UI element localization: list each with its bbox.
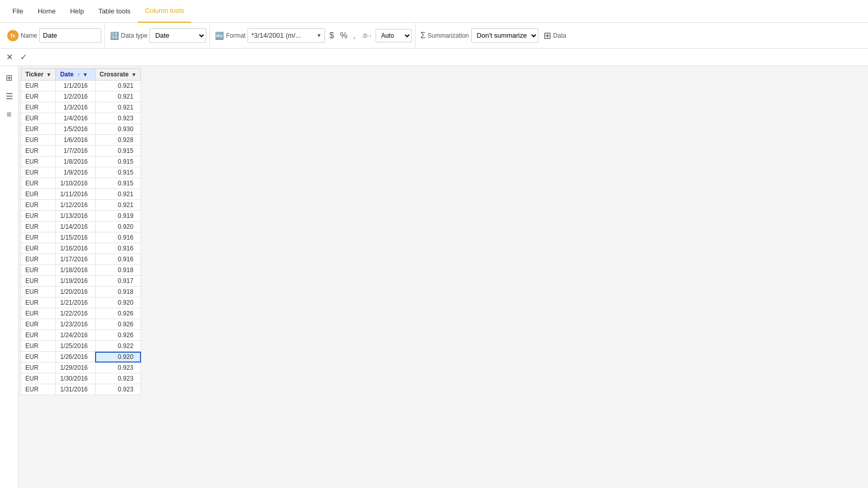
cell-crossrate[interactable]: 0.919 xyxy=(95,211,141,222)
summarization-select[interactable]: Don't summarize Sum Average Min Max Coun… xyxy=(471,28,538,43)
side-icon-grid[interactable]: ⊞ xyxy=(2,70,17,85)
confirm-button[interactable]: ✓ xyxy=(18,51,29,63)
name-input[interactable] xyxy=(39,28,101,43)
cell-ticker[interactable]: EUR xyxy=(21,243,56,254)
cell-ticker[interactable]: EUR xyxy=(21,297,56,308)
datatype-select[interactable]: Date Text Whole Number Decimal Number Tr… xyxy=(149,28,206,43)
cell-crossrate[interactable]: 0.921 xyxy=(95,81,141,91)
menu-help[interactable]: Help xyxy=(63,0,91,23)
cell-ticker[interactable]: EUR xyxy=(21,156,56,167)
auto-select[interactable]: Auto 1 2 3 xyxy=(376,29,412,42)
table-row[interactable]: EUR1/24/20160.926 xyxy=(21,330,141,341)
cell-crossrate[interactable]: 0.917 xyxy=(95,276,141,287)
decimal-button[interactable]: .0↑↓ xyxy=(360,32,373,40)
cell-date[interactable]: 1/10/2016 xyxy=(56,178,95,189)
cell-date[interactable]: 1/20/2016 xyxy=(56,287,95,297)
table-row[interactable]: EUR1/9/20160.915 xyxy=(21,167,141,178)
cell-crossrate[interactable]: 0.923 xyxy=(95,363,141,373)
cell-crossrate[interactable]: 0.921 xyxy=(95,102,141,113)
cell-ticker[interactable]: EUR xyxy=(21,319,56,330)
cell-crossrate[interactable]: 0.926 xyxy=(95,308,141,319)
cell-date[interactable]: 1/17/2016 xyxy=(56,254,95,265)
cell-date[interactable]: 1/3/2016 xyxy=(56,102,95,113)
cell-crossrate[interactable]: 0.918 xyxy=(95,287,141,297)
cell-crossrate[interactable]: 0.915 xyxy=(95,167,141,178)
cell-date[interactable]: 1/31/2016 xyxy=(56,384,95,395)
cell-date[interactable]: 1/7/2016 xyxy=(56,146,95,156)
table-row[interactable]: EUR1/5/20160.930 xyxy=(21,124,141,135)
menu-tabletools[interactable]: Table tools xyxy=(91,0,137,23)
cell-crossrate[interactable]: 0.918 xyxy=(95,265,141,276)
cell-date[interactable]: 1/11/2016 xyxy=(56,189,95,200)
cell-ticker[interactable]: EUR xyxy=(21,167,56,178)
menu-home[interactable]: Home xyxy=(30,0,63,23)
cell-date[interactable]: 1/5/2016 xyxy=(56,124,95,135)
table-row[interactable]: EUR1/11/20160.921 xyxy=(21,189,141,200)
cell-ticker[interactable]: EUR xyxy=(21,352,56,363)
cell-ticker[interactable]: EUR xyxy=(21,124,56,135)
cell-crossrate[interactable]: 0.921 xyxy=(95,189,141,200)
cell-ticker[interactable]: EUR xyxy=(21,373,56,384)
cell-ticker[interactable]: EUR xyxy=(21,113,56,124)
cell-ticker[interactable]: EUR xyxy=(21,363,56,373)
cell-ticker[interactable]: EUR xyxy=(21,254,56,265)
cell-ticker[interactable]: EUR xyxy=(21,222,56,232)
table-row[interactable]: EUR1/16/20160.916 xyxy=(21,243,141,254)
comma-button[interactable]: , xyxy=(352,30,358,41)
table-row[interactable]: EUR1/10/20160.915 xyxy=(21,178,141,189)
cell-ticker[interactable]: EUR xyxy=(21,178,56,189)
cell-date[interactable]: 1/6/2016 xyxy=(56,135,95,146)
cell-crossrate[interactable]: 0.920 xyxy=(95,222,141,232)
cell-ticker[interactable]: EUR xyxy=(21,232,56,243)
table-row[interactable]: EUR1/31/20160.923 xyxy=(21,384,141,395)
cell-date[interactable]: 1/19/2016 xyxy=(56,276,95,287)
cell-date[interactable]: 1/9/2016 xyxy=(56,167,95,178)
cell-crossrate[interactable]: 0.922 xyxy=(95,341,141,352)
cell-date[interactable]: 1/1/2016 xyxy=(56,81,95,91)
table-row[interactable]: EUR1/2/20160.921 xyxy=(21,91,141,102)
cell-ticker[interactable]: EUR xyxy=(21,102,56,113)
table-row[interactable]: EUR1/20/20160.918 xyxy=(21,287,141,297)
table-row[interactable]: EUR1/1/20160.921 xyxy=(21,81,141,91)
crossrate-dropdown-icon[interactable]: ▼ xyxy=(131,72,136,77)
date-dropdown-icon[interactable]: ▼ xyxy=(83,72,88,77)
percent-button[interactable]: % xyxy=(338,30,349,41)
cell-crossrate[interactable]: 0.920 xyxy=(95,352,141,363)
table-row[interactable]: EUR1/4/20160.923 xyxy=(21,113,141,124)
cell-date[interactable]: 1/18/2016 xyxy=(56,265,95,276)
table-row[interactable]: EUR1/13/20160.919 xyxy=(21,211,141,222)
cell-ticker[interactable]: EUR xyxy=(21,81,56,91)
cell-ticker[interactable]: EUR xyxy=(21,276,56,287)
cell-date[interactable]: 1/12/2016 xyxy=(56,200,95,211)
cell-date[interactable]: 1/21/2016 xyxy=(56,297,95,308)
cell-ticker[interactable]: EUR xyxy=(21,211,56,222)
cell-date[interactable]: 1/4/2016 xyxy=(56,113,95,124)
cell-date[interactable]: 1/29/2016 xyxy=(56,363,95,373)
cell-crossrate[interactable]: 0.921 xyxy=(95,200,141,211)
table-row[interactable]: EUR1/12/20160.921 xyxy=(21,200,141,211)
cell-ticker[interactable]: EUR xyxy=(21,189,56,200)
table-row[interactable]: EUR1/26/20160.920 xyxy=(21,352,141,363)
cell-ticker[interactable]: EUR xyxy=(21,265,56,276)
table-row[interactable]: EUR1/6/20160.928 xyxy=(21,135,141,146)
table-row[interactable]: EUR1/17/20160.916 xyxy=(21,254,141,265)
table-row[interactable]: EUR1/22/20160.926 xyxy=(21,308,141,319)
cell-date[interactable]: 1/14/2016 xyxy=(56,222,95,232)
col-header-date[interactable]: Date ↑ ▼ xyxy=(56,69,95,81)
cell-crossrate[interactable]: 0.916 xyxy=(95,243,141,254)
cell-crossrate[interactable]: 0.915 xyxy=(95,146,141,156)
side-icon-list[interactable]: ≡ xyxy=(2,107,17,122)
cell-ticker[interactable]: EUR xyxy=(21,287,56,297)
cell-crossrate[interactable]: 0.920 xyxy=(95,297,141,308)
table-row[interactable]: EUR1/19/20160.917 xyxy=(21,276,141,287)
cell-crossrate[interactable]: 0.916 xyxy=(95,232,141,243)
cell-ticker[interactable]: EUR xyxy=(21,384,56,395)
cell-ticker[interactable]: EUR xyxy=(21,146,56,156)
table-row[interactable]: EUR1/7/20160.915 xyxy=(21,146,141,156)
cell-date[interactable]: 1/24/2016 xyxy=(56,330,95,341)
cell-ticker[interactable]: EUR xyxy=(21,200,56,211)
table-row[interactable]: EUR1/30/20160.923 xyxy=(21,373,141,384)
table-row[interactable]: EUR1/29/20160.923 xyxy=(21,363,141,373)
currency-button[interactable]: $ xyxy=(327,30,336,41)
cell-ticker[interactable]: EUR xyxy=(21,341,56,352)
